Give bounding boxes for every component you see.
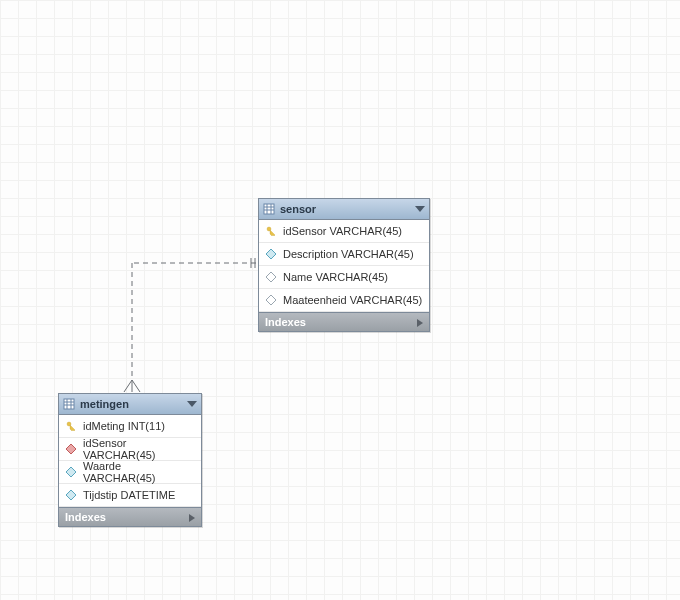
column-label: Waarde VARCHAR(45)	[83, 460, 195, 484]
column-row[interactable]: idSensor VARCHAR(45)	[259, 220, 429, 243]
chevron-right-icon	[417, 319, 423, 327]
column-row[interactable]: idSensor VARCHAR(45)	[59, 438, 201, 461]
relationship-line	[120, 256, 265, 396]
svg-rect-12	[64, 399, 74, 409]
diamond-icon	[265, 294, 277, 306]
indexes-label: Indexes	[65, 511, 106, 523]
diamond-icon	[265, 248, 277, 260]
column-row[interactable]: Maateenheid VARCHAR(45)	[259, 289, 429, 312]
svg-rect-7	[264, 204, 274, 214]
column-row[interactable]: Waarde VARCHAR(45)	[59, 461, 201, 484]
chevron-right-icon	[189, 514, 195, 522]
column-row[interactable]: Description VARCHAR(45)	[259, 243, 429, 266]
column-label: Tijdstip DATETIME	[83, 489, 175, 501]
er-diagram-canvas[interactable]: sensor idSensor VARCHAR(45) Description …	[0, 0, 680, 600]
entity-metingen[interactable]: metingen idMeting INT(11) idSensor VARCH…	[58, 393, 202, 527]
column-label: Description VARCHAR(45)	[283, 248, 414, 260]
table-icon	[263, 203, 275, 215]
column-label: Maateenheid VARCHAR(45)	[283, 294, 422, 306]
diamond-fk-icon	[65, 443, 77, 455]
key-icon	[265, 225, 277, 237]
column-label: idMeting INT(11)	[83, 420, 165, 432]
collapse-icon[interactable]	[415, 206, 425, 212]
diamond-icon	[65, 489, 77, 501]
entity-metingen-header[interactable]: metingen	[59, 394, 201, 415]
collapse-icon[interactable]	[187, 401, 197, 407]
column-label: idSensor VARCHAR(45)	[283, 225, 402, 237]
svg-line-4	[124, 380, 132, 392]
diamond-icon	[265, 271, 277, 283]
entity-sensor-title: sensor	[280, 203, 415, 215]
diamond-icon	[65, 466, 77, 478]
table-icon	[63, 398, 75, 410]
key-icon	[65, 420, 77, 432]
entity-sensor[interactable]: sensor idSensor VARCHAR(45) Description …	[258, 198, 430, 332]
column-row[interactable]: idMeting INT(11)	[59, 415, 201, 438]
column-row[interactable]: Name VARCHAR(45)	[259, 266, 429, 289]
column-label: idSensor VARCHAR(45)	[83, 437, 195, 461]
column-label: Name VARCHAR(45)	[283, 271, 388, 283]
indexes-label: Indexes	[265, 316, 306, 328]
indexes-bar[interactable]: Indexes	[259, 312, 429, 331]
entity-sensor-header[interactable]: sensor	[259, 199, 429, 220]
svg-line-6	[132, 380, 140, 392]
entity-metingen-title: metingen	[80, 398, 187, 410]
column-row[interactable]: Tijdstip DATETIME	[59, 484, 201, 507]
indexes-bar[interactable]: Indexes	[59, 507, 201, 526]
